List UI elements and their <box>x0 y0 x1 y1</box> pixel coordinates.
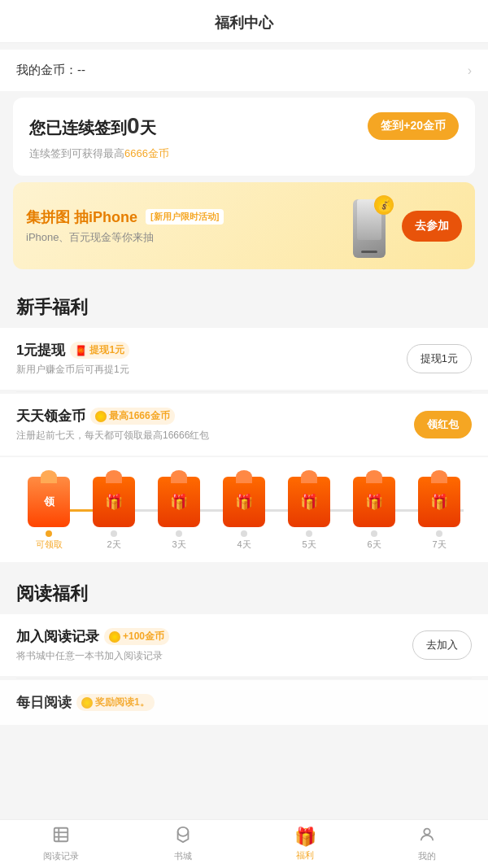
rp-day-4[interactable]: 🎁 4天 <box>223 477 265 551</box>
rp-label-6: 6天 <box>367 539 381 551</box>
rp-day1-label: 领 <box>44 495 54 509</box>
lottery-info: 集拼图 抽iPhone [新用户限时活动] iPhone、百元现金等你来抽 <box>26 207 224 245</box>
nav-bookstore-label: 书城 <box>174 850 192 862</box>
rp-day-6[interactable]: 🎁 6天 <box>353 477 395 551</box>
svg-point-4 <box>424 829 429 835</box>
rp-day-2[interactable]: 🎁 2天 <box>93 477 135 551</box>
bottom-nav: 阅读记录 书城 🎁 福利 我的 <box>0 819 488 868</box>
lottery-title-text: 集拼图 抽iPhone <box>26 207 137 227</box>
phone-illustration: 💰 <box>345 195 394 256</box>
page-title: 福利中心 <box>215 15 273 31</box>
withdraw-title: 1元提现 <box>16 341 65 360</box>
nav-reading-history-label: 阅读记录 <box>43 850 79 862</box>
rp-dot-5 <box>306 530 312 537</box>
coin-icon <box>95 411 107 422</box>
daily-reading-tag: 奖励阅读1。 <box>76 694 155 711</box>
welfare-icon: 🎁 <box>294 827 316 848</box>
reading-record-title-row: 加入阅读记录 +100金币 <box>16 627 169 646</box>
redpacket-section: 领 可领取 🎁 2天 🎁 3天 <box>0 457 488 562</box>
coin-icon-3 <box>81 697 93 709</box>
divider-2 <box>0 562 488 569</box>
daily-coins-sub: 注册起前七天，每天都可领取最高16666红包 <box>16 429 209 443</box>
rp-dot-7 <box>436 530 442 537</box>
reading-history-icon <box>52 826 70 848</box>
lottery-tag: [新用户限时活动] <box>146 209 224 225</box>
svg-rect-0 <box>54 828 68 842</box>
reading-record-sub: 将书城中任意一本书加入阅读记录 <box>16 649 169 663</box>
rp-label-3: 3天 <box>172 539 185 551</box>
signin-button[interactable]: 签到+20金币 <box>368 112 459 140</box>
nav-mine[interactable]: 我的 <box>366 826 488 862</box>
lottery-right: 💰 去参加 <box>345 195 462 256</box>
rp-dot-1 <box>46 530 52 537</box>
nav-welfare[interactable]: 🎁 福利 <box>244 827 366 861</box>
join-lottery-button[interactable]: 去参加 <box>402 211 462 242</box>
rp-dot-3 <box>176 530 182 537</box>
daily-coins-title-row: 天天领金币 最高1666金币 <box>16 407 209 425</box>
withdraw-benefit-card: 1元提现 🧧 提现1元 新用户赚金币后可再提1元 提现1元 <box>0 328 488 390</box>
reading-section-title: 阅读福利 <box>0 569 488 613</box>
reading-record-button[interactable]: 去加入 <box>412 630 472 660</box>
rp-day-7[interactable]: 🎁 7天 <box>418 477 460 551</box>
nav-reading-history[interactable]: 阅读记录 <box>0 826 122 862</box>
my-coins-row[interactable]: 我的金币：-- › <box>0 50 488 91</box>
reading-record-title: 加入阅读记录 <box>16 627 99 646</box>
rp-day-3[interactable]: 🎁 3天 <box>158 477 200 551</box>
lottery-subtitle: iPhone、百元现金等你来抽 <box>26 230 224 245</box>
withdraw-title-row: 1元提现 🧧 提现1元 <box>16 341 129 360</box>
rp-dot-4 <box>241 530 247 537</box>
daily-reading-card: 每日阅读 奖励阅读1。 <box>0 680 488 725</box>
nav-bookstore[interactable]: 书城 <box>122 826 244 862</box>
signin-subtitle: 连续签到可获得最高6666金币 <box>29 146 459 161</box>
nav-welfare-label: 福利 <box>296 849 314 861</box>
rp-label-1: 可领取 <box>36 539 63 551</box>
coin-icon-2 <box>109 631 120 643</box>
coins-label: 我的金币：-- <box>16 63 85 78</box>
novice-section-title: 新手福利 <box>0 282 488 326</box>
divider-1 <box>0 276 488 282</box>
nav-mine-label: 我的 <box>418 850 436 862</box>
lottery-card: 集拼图 抽iPhone [新用户限时活动] iPhone、百元现金等你来抽 💰 … <box>13 182 475 269</box>
daily-coins-button[interactable]: 领红包 <box>414 411 472 438</box>
gold-coin-icon: 💰 <box>374 195 394 215</box>
reading-record-tag: +100金币 <box>104 628 169 645</box>
rp-day-1[interactable]: 领 可领取 <box>28 477 70 551</box>
daily-reading-title-row: 每日阅读 奖励阅读1。 <box>16 693 155 712</box>
rp-label-7: 7天 <box>432 539 446 551</box>
signin-title: 您已连续签到0天 <box>29 113 156 139</box>
withdraw-tag: 🧧 提现1元 <box>70 342 129 359</box>
rp-dot-2 <box>111 530 117 537</box>
rp-label-4: 4天 <box>237 539 251 551</box>
withdraw-button[interactable]: 提现1元 <box>407 344 472 373</box>
daily-coins-tag: 最高1666金币 <box>90 408 175 425</box>
redpacket-row: 领 可领取 🎁 2天 🎁 3天 <box>8 467 480 551</box>
rp-label-2: 2天 <box>107 539 120 551</box>
chevron-icon: › <box>468 63 472 78</box>
rp-day-5[interactable]: 🎁 5天 <box>288 477 330 551</box>
daily-coins-title: 天天领金币 <box>16 407 85 425</box>
daily-reading-title: 每日阅读 <box>16 693 72 712</box>
withdraw-sub: 新用户赚金币后可再提1元 <box>16 363 129 377</box>
rp-label-5: 5天 <box>302 539 316 551</box>
page-header: 福利中心 <box>0 0 488 43</box>
bookstore-icon <box>174 826 192 848</box>
reading-record-card: 加入阅读记录 +100金币 将书城中任意一本书加入阅读记录 去加入 <box>0 614 488 676</box>
daily-coins-benefit-card: 天天领金币 最高1666金币 注册起前七天，每天都可领取最高16666红包 领红… <box>0 394 488 456</box>
mine-icon <box>418 826 436 848</box>
rp-dot-6 <box>371 530 377 537</box>
signin-card: 您已连续签到0天 签到+20金币 连续签到可获得最高6666金币 <box>13 98 475 176</box>
